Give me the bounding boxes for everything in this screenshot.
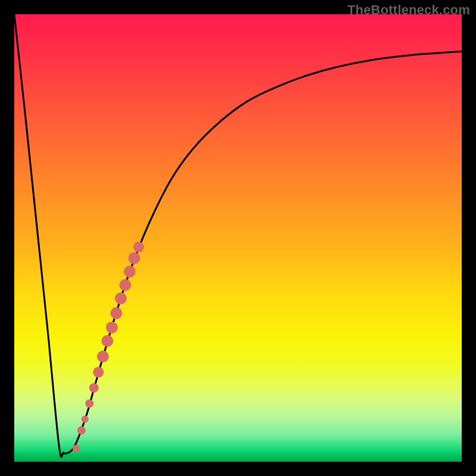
chart-frame: TheBottleneck.com (0, 0, 476, 476)
highlight-point (110, 307, 122, 319)
watermark-text: TheBottleneck.com (347, 2, 470, 18)
highlight-point (106, 321, 118, 333)
highlight-point (73, 444, 80, 452)
highlight-point (82, 416, 89, 423)
bottleneck-curve (14, 14, 462, 457)
marker-layer (73, 242, 144, 452)
highlight-point (120, 279, 131, 291)
highlight-point (129, 252, 140, 264)
highlight-point (133, 242, 144, 252)
curve-layer (14, 14, 462, 457)
highlight-point (77, 426, 86, 434)
highlight-point (97, 350, 109, 362)
plot-area (14, 14, 462, 462)
chart-svg (14, 14, 462, 462)
highlight-point (89, 383, 99, 393)
highlight-point (115, 293, 127, 305)
highlight-point (101, 335, 113, 347)
highlight-point (124, 265, 136, 277)
highlight-point (85, 399, 93, 408)
highlight-point (93, 367, 104, 378)
